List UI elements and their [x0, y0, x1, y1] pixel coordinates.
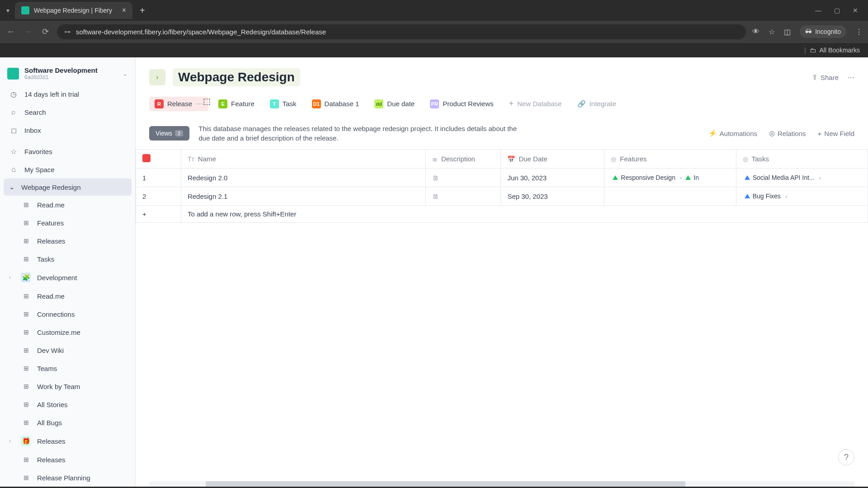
- sidebar-item[interactable]: ⊞Work by Team: [0, 377, 135, 395]
- browser-tab[interactable]: Webpage Redesign | Fibery ×: [15, 2, 132, 19]
- workspace-header[interactable]: Software Development 6ad8d3d1 ⌄: [0, 62, 135, 85]
- sidebar-item-inbox[interactable]: ◻ Inbox: [0, 121, 135, 139]
- forward-button[interactable]: →: [23, 27, 33, 37]
- site-info-icon[interactable]: ⊶: [64, 28, 71, 35]
- new-database-button[interactable]: +New Database: [504, 96, 567, 111]
- col-name-header[interactable]: TтName: [181, 150, 425, 169]
- views-button[interactable]: Views 2: [149, 126, 189, 141]
- sidebar-item[interactable]: ⊞All Stories: [0, 395, 135, 413]
- sidebar-space[interactable]: ›🎁Releases: [0, 432, 135, 450]
- sidebar-space[interactable]: ⌄Webpage Redesign: [4, 178, 132, 196]
- chevron-icon[interactable]: ›: [9, 274, 14, 281]
- cell-description[interactable]: 🗎: [425, 187, 500, 206]
- close-icon[interactable]: ×: [122, 6, 126, 14]
- db-tab[interactable]: D1Database 1: [307, 97, 365, 111]
- add-row-plus[interactable]: +: [136, 206, 181, 223]
- more-icon[interactable]: ⋯: [196, 99, 203, 108]
- chevron-right-icon[interactable]: ›: [819, 174, 821, 181]
- cell-name[interactable]: Redesign 2.1: [181, 187, 425, 206]
- back-button[interactable]: ←: [5, 27, 16, 37]
- sidebar-item[interactable]: ⊞Customize.me: [0, 323, 135, 341]
- help-button[interactable]: ?: [838, 449, 854, 465]
- minimize-icon[interactable]: —: [815, 7, 821, 14]
- incognito-icon: 🕶: [805, 28, 811, 35]
- maximize-icon[interactable]: ▢: [834, 7, 840, 14]
- chevron-icon[interactable]: ⌄: [9, 183, 15, 191]
- menu-icon[interactable]: ⋮: [855, 28, 863, 36]
- sidebar-space[interactable]: ›🧩Development: [0, 268, 135, 287]
- scrollbar-thumb[interactable]: [206, 481, 685, 487]
- sidebar-item[interactable]: ⊞Releases: [0, 232, 135, 250]
- chevron-icon[interactable]: ›: [9, 438, 14, 444]
- sidebar-item[interactable]: ⊞Teams: [0, 359, 135, 377]
- add-row[interactable]: +To add a new row, press Shift+Enter: [136, 206, 868, 223]
- home-icon: ⌂: [9, 165, 18, 174]
- workspace-text: Software Development 6ad8d3d1: [24, 66, 117, 80]
- expand-space-button[interactable]: ›: [149, 69, 165, 85]
- col-tasks-header[interactable]: ◎Tasks: [736, 150, 868, 169]
- sidebar-item[interactable]: ⊞Connections: [0, 305, 135, 323]
- sidebar-item-search[interactable]: ⌕ Search: [0, 103, 135, 121]
- close-window-icon[interactable]: ✕: [853, 7, 858, 14]
- col-features-header[interactable]: ◎Features: [604, 150, 736, 169]
- star-icon[interactable]: ☆: [769, 28, 775, 36]
- all-bookmarks-button[interactable]: All Bookmarks: [820, 47, 860, 54]
- new-tab-button[interactable]: +: [136, 5, 149, 16]
- horizontal-scrollbar[interactable]: [149, 481, 854, 487]
- cell-tasks[interactable]: Bug Fixes›: [736, 187, 868, 206]
- grid-icon: ⊞: [22, 346, 31, 355]
- new-field-button[interactable]: + New Field: [818, 130, 854, 137]
- col-due-header[interactable]: 📅Due Date: [501, 150, 604, 169]
- db-tab[interactable]: TTask: [264, 97, 302, 111]
- chevron-down-icon[interactable]: ⌄: [123, 70, 128, 77]
- feature-tag[interactable]: In: [684, 173, 701, 182]
- sidebar-item-my-space[interactable]: ⌂ My Space: [0, 160, 135, 178]
- chevron-right-icon[interactable]: ›: [785, 193, 787, 200]
- incognito-badge[interactable]: 🕶 Incognito: [800, 25, 846, 38]
- cell-due[interactable]: Sep 30, 2023: [501, 187, 604, 206]
- sidebar-item[interactable]: ⊞Tasks: [0, 250, 135, 268]
- cell-due[interactable]: Jun 30, 2023: [501, 169, 604, 187]
- row-index: 1: [136, 169, 181, 187]
- sidebar-item-label: Features: [37, 219, 64, 227]
- db-tab[interactable]: RRelease⋯: [149, 97, 208, 111]
- cell-features[interactable]: [604, 187, 736, 206]
- sidebar-item[interactable]: ⊞Release Planning: [0, 469, 135, 487]
- feature-tag[interactable]: Responsive Design›: [611, 173, 684, 182]
- table-wrap: TтName ≣Description 📅Due Date ◎Features …: [136, 149, 868, 223]
- sidebar-item-trial[interactable]: ◷ 14 days left in trial: [0, 85, 135, 103]
- db-tab[interactable]: EFeature: [213, 97, 260, 111]
- sidebar-item[interactable]: ⊞Features: [0, 214, 135, 232]
- tab-dropdown-icon[interactable]: ▾: [5, 5, 11, 16]
- cell-features[interactable]: Responsive Design›In: [604, 169, 736, 187]
- more-icon[interactable]: ⋯: [848, 73, 854, 81]
- sidebar-item-favorites[interactable]: ☆ Favorites: [0, 142, 135, 160]
- sidebar-item[interactable]: ⊞All Bugs: [0, 413, 135, 432]
- page-title[interactable]: Webpage Redesign: [173, 68, 300, 86]
- cell-tasks[interactable]: Social Media API Int...›: [736, 169, 868, 187]
- chevron-right-icon[interactable]: ›: [680, 174, 682, 181]
- sidebar-item-label: Read.me: [37, 292, 65, 300]
- cell-name[interactable]: Redesign 2.0: [181, 169, 425, 187]
- url-field[interactable]: ⊶ software-development.fibery.io/fibery/…: [57, 24, 746, 39]
- cell-description[interactable]: 🗎: [425, 169, 500, 187]
- sidebar-item[interactable]: ⊞Read.me: [0, 287, 135, 305]
- side-panel-icon[interactable]: ◫: [784, 28, 791, 36]
- db-tab[interactable]: PRProduct Reviews: [425, 97, 499, 111]
- automations-button[interactable]: ⚡ Automations: [708, 129, 757, 137]
- reload-button[interactable]: ⟳: [40, 27, 51, 37]
- sidebar-item[interactable]: ⊞Releases: [0, 450, 135, 469]
- task-tag[interactable]: Social Media API Int...›: [743, 173, 823, 182]
- share-button[interactable]: ⇪ Share: [812, 73, 839, 81]
- db-tab[interactable]: ddDue date: [369, 97, 420, 111]
- sidebar-item[interactable]: ⊞Read.me: [0, 196, 135, 214]
- relations-button[interactable]: ◎ Relations: [769, 129, 806, 137]
- integrate-button[interactable]: 🔗Integrate: [572, 97, 622, 111]
- col-desc-header[interactable]: ≣Description: [425, 150, 500, 169]
- add-row-placeholder: To add a new row, press Shift+Enter: [181, 206, 868, 223]
- sidebar-item[interactable]: ⊞Dev Wiki: [0, 341, 135, 359]
- eye-off-icon[interactable]: 👁: [752, 28, 760, 36]
- table-row[interactable]: 1Redesign 2.0🗎Jun 30, 2023Responsive Des…: [136, 169, 868, 187]
- table-row[interactable]: 2Redesign 2.1🗎Sep 30, 2023Bug Fixes›: [136, 187, 868, 206]
- task-tag[interactable]: Bug Fixes›: [743, 192, 789, 201]
